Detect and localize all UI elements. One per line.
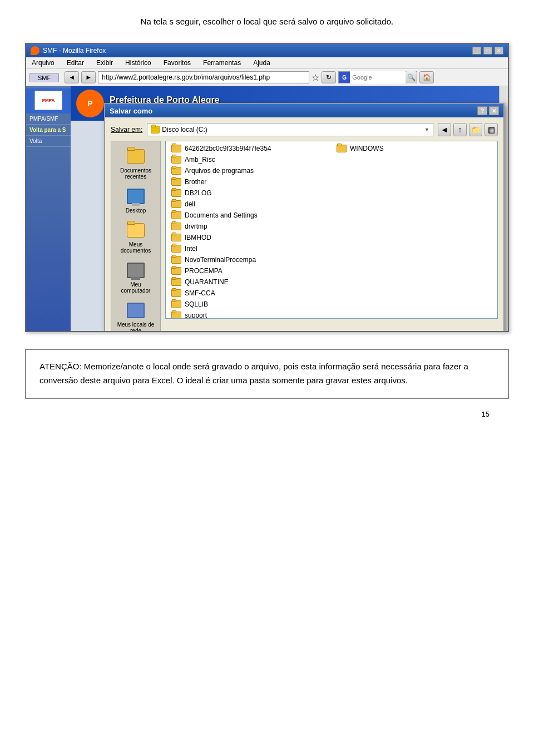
save-in-value: Disco local (C:) bbox=[162, 126, 207, 134]
save-dialog: Salvar como ? ✕ Salvar em: Disc bbox=[104, 103, 505, 331]
dialog-close-button[interactable]: ✕ bbox=[489, 106, 499, 115]
site-logo-area: PMPA bbox=[26, 88, 71, 113]
drive-icon bbox=[151, 126, 160, 134]
list-item-windows[interactable]: WINDOWS bbox=[334, 144, 494, 154]
shortcut-documents-label: Meus documentos bbox=[115, 241, 156, 254]
menu-ajuda[interactable]: Ajuda bbox=[251, 58, 273, 67]
menu-ferramentas[interactable]: Ferramentas bbox=[201, 58, 243, 67]
menu-favoritos[interactable]: Favoritos bbox=[161, 58, 193, 67]
dialog-titlebar: Salvar como ? ✕ bbox=[105, 104, 503, 117]
folder-icon bbox=[171, 211, 181, 219]
browser-window: SMF - Mozilla Firefox _ □ ✕ Arquivo Edit… bbox=[25, 43, 509, 332]
desktop-icon bbox=[126, 186, 146, 206]
folder-icon bbox=[171, 245, 181, 253]
address-bar[interactable] bbox=[98, 71, 309, 83]
shortcut-network-label: Meus locais de rede bbox=[115, 322, 156, 331]
list-item[interactable]: Intel bbox=[169, 244, 329, 254]
search-input[interactable] bbox=[350, 71, 406, 83]
shortcut-desktop[interactable]: Desktop bbox=[113, 185, 158, 215]
list-item[interactable]: Arquivos de programas bbox=[169, 166, 329, 176]
menu-editar[interactable]: Editar bbox=[65, 58, 86, 67]
list-item[interactable]: 64262f2bc0c9f33b9f4f7fe354 bbox=[169, 144, 329, 154]
folder-icon bbox=[337, 145, 347, 152]
dialog-help-button[interactable]: ? bbox=[477, 106, 487, 115]
list-item-brother[interactable]: Brother bbox=[169, 177, 329, 187]
minimize-button[interactable]: _ bbox=[472, 47, 481, 55]
sidebar-item-pmpa[interactable]: PMPA/SMF bbox=[26, 113, 71, 125]
maximize-button[interactable]: □ bbox=[483, 47, 492, 55]
menu-arquivo[interactable]: Arquivo bbox=[29, 58, 57, 67]
list-item[interactable]: IBMHOD bbox=[169, 233, 329, 243]
browser-title: SMF - Mozilla Firefox bbox=[43, 47, 106, 55]
folder-icon bbox=[171, 267, 181, 275]
dialog-newfolder-btn[interactable]: 📁 bbox=[469, 123, 482, 136]
recent-icon bbox=[126, 146, 146, 166]
shortcut-documents[interactable]: Meus documentos bbox=[113, 219, 158, 255]
file-col-2: WINDOWS bbox=[334, 144, 494, 319]
attention-text: ATENÇÃO: Memorize/anote o local onde ser… bbox=[39, 360, 495, 388]
forward-button[interactable]: ► bbox=[81, 71, 96, 83]
dialog-back-btn[interactable]: ◄ bbox=[438, 123, 451, 136]
list-item[interactable]: drvrtmp bbox=[169, 221, 329, 231]
folder-icon bbox=[171, 189, 181, 197]
shortcut-recent-label: Documentos recentes bbox=[115, 167, 156, 180]
file-list-columns: 64262f2bc0c9f33b9f4f7fe354 Amb_Risc Arqu… bbox=[166, 141, 497, 319]
menu-historico[interactable]: Histórico bbox=[123, 58, 154, 67]
titlebar-left: SMF - Mozilla Firefox bbox=[31, 46, 106, 55]
list-item-docs-settings[interactable]: Documents and Settings bbox=[169, 210, 329, 220]
home-button[interactable]: 🏠 bbox=[419, 71, 434, 83]
list-item[interactable]: support bbox=[169, 310, 329, 319]
attention-box: ATENÇÃO: Memorize/anote o local onde ser… bbox=[25, 349, 509, 399]
save-in-combo[interactable]: Disco local (C:) ▼ bbox=[147, 123, 433, 136]
folder-icon bbox=[171, 256, 181, 264]
search-button[interactable]: 🔍 bbox=[406, 71, 417, 83]
browser-menubar: Arquivo Editar Exibir Histórico Favorito… bbox=[26, 57, 508, 69]
shortcut-computer-label: Meu computador bbox=[115, 281, 156, 294]
list-item[interactable]: NovoTerminalProcempa bbox=[169, 255, 329, 265]
list-item[interactable]: QUARANTINE bbox=[169, 277, 329, 287]
menu-exibir[interactable]: Exibir bbox=[94, 58, 115, 67]
folder-icon bbox=[171, 200, 181, 208]
titlebar-controls: _ □ ✕ bbox=[472, 47, 503, 55]
firefox-icon bbox=[31, 46, 39, 55]
page-instruction: Na tela s seguir, escolher o local que s… bbox=[22, 17, 512, 26]
sidebar-item-voltar-s[interactable]: Volta para a S bbox=[26, 125, 71, 136]
shortcut-network[interactable]: Meus locais de rede bbox=[113, 299, 158, 331]
folder-icon bbox=[171, 300, 181, 308]
list-item[interactable]: SQLLIB bbox=[169, 299, 329, 309]
list-item[interactable]: PROCEMPA bbox=[169, 266, 329, 276]
folder-icon bbox=[171, 289, 181, 297]
browser-tab[interactable]: SMF bbox=[29, 73, 59, 82]
dialog-view-btn[interactable]: ▦ bbox=[484, 123, 498, 136]
dialog-title: Salvar como bbox=[110, 107, 152, 115]
folder-icon bbox=[171, 234, 181, 241]
dialog-toolbar-btns: ◄ ↑ 📁 ▦ bbox=[438, 123, 498, 136]
shortcut-computer[interactable]: Meu computador bbox=[113, 259, 158, 295]
list-item[interactable]: DB2LOG bbox=[169, 188, 329, 198]
file-col-1: 64262f2bc0c9f33b9f4f7fe354 Amb_Risc Arqu… bbox=[169, 144, 329, 319]
dialog-content-area: Documentos recentes Desktop bbox=[111, 141, 498, 331]
site-logo: PMPA bbox=[34, 91, 62, 110]
list-item[interactable]: dell bbox=[169, 199, 329, 209]
save-in-label: Salvar em: bbox=[111, 126, 142, 134]
back-button[interactable]: ◄ bbox=[65, 71, 79, 83]
list-item[interactable]: SMF-CCA bbox=[169, 288, 329, 298]
folder-icon bbox=[171, 156, 181, 164]
dialog-up-btn[interactable]: ↑ bbox=[453, 123, 467, 136]
browser-titlebar: SMF - Mozilla Firefox _ □ ✕ bbox=[26, 44, 508, 57]
refresh-button[interactable]: ↻ bbox=[322, 71, 336, 83]
folder-icon bbox=[171, 278, 181, 286]
folder-icon bbox=[171, 167, 181, 175]
my-computer-icon bbox=[126, 260, 146, 280]
folder-icon bbox=[171, 178, 181, 186]
page-number: 15 bbox=[22, 410, 490, 418]
list-item[interactable]: Amb_Risc bbox=[169, 155, 329, 165]
sidebar-item-volta[interactable]: Volta bbox=[26, 136, 71, 147]
bookmark-icon[interactable]: ☆ bbox=[312, 72, 319, 83]
network-icon bbox=[126, 300, 146, 320]
close-button[interactable]: ✕ bbox=[495, 47, 503, 55]
shortcut-recent[interactable]: Documentos recentes bbox=[113, 145, 158, 181]
shortcut-desktop-label: Desktop bbox=[126, 207, 146, 214]
browser-main: P Prefeitura de Porto Alegre RS - Brasil… bbox=[71, 86, 508, 331]
shortcut-panel: Documentos recentes Desktop bbox=[111, 141, 161, 331]
